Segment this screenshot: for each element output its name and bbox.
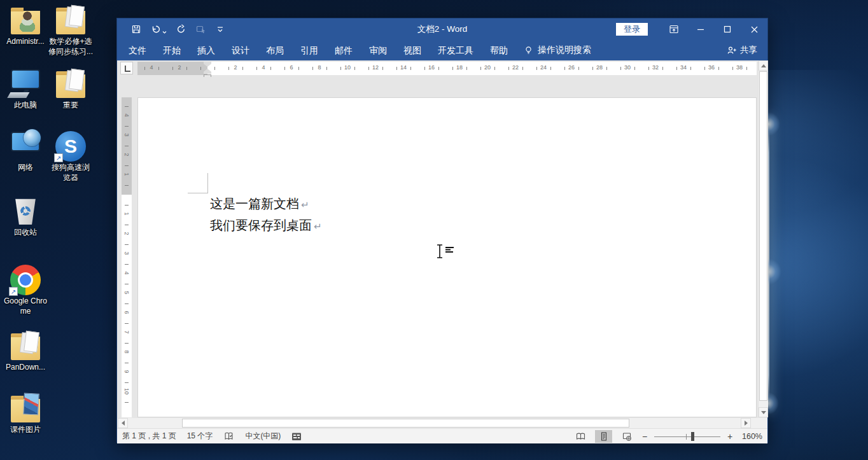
desktop: { "desktop": { "icons": [ {"label": "Adm… bbox=[0, 0, 868, 460]
ribbon-tab[interactable]: 设计 bbox=[223, 40, 258, 60]
ribbon-tab[interactable]: 邮件 bbox=[326, 40, 361, 60]
read-mode-icon[interactable] bbox=[572, 430, 589, 443]
ribbon-tab[interactable]: 视图 bbox=[395, 40, 430, 60]
ruler-number: 18 bbox=[453, 64, 466, 71]
titlebar-controls: 登录 bbox=[616, 18, 767, 40]
ruler-tick bbox=[242, 67, 243, 70]
ibeam-cursor-icon bbox=[435, 244, 457, 260]
ruler-tick bbox=[298, 67, 299, 70]
redo-icon[interactable] bbox=[176, 24, 186, 34]
scroll-up-icon[interactable] bbox=[759, 60, 768, 71]
language-indicator[interactable]: 中文(中国) bbox=[245, 431, 281, 442]
desktop-icon[interactable]: 重要 bbox=[48, 69, 93, 111]
vertical-scrollbar[interactable] bbox=[758, 60, 768, 417]
ribbon-tab[interactable]: 审阅 bbox=[361, 40, 395, 60]
vertical-scrollbar-thumb[interactable] bbox=[759, 71, 767, 401]
desktop-icons: Administr... 数学必修+选修同步练习... 此电脑 重要 bbox=[0, 0, 116, 460]
horizontal-scrollbar-thumb[interactable] bbox=[182, 419, 629, 428]
ruler-number: 22 bbox=[509, 64, 522, 71]
desktop-icon[interactable]: 搜狗高速浏览器 bbox=[48, 131, 93, 183]
desktop-icon-label: 搜狗高速浏览器 bbox=[48, 163, 93, 183]
scroll-down-icon[interactable] bbox=[759, 407, 768, 417]
window-title: 文档2 - Word bbox=[417, 24, 468, 35]
scroll-left-icon[interactable] bbox=[118, 418, 128, 428]
zoom-slider[interactable] bbox=[654, 431, 720, 442]
share-button[interactable]: 共享 bbox=[727, 40, 757, 60]
ribbon-tab[interactable]: 开始 bbox=[155, 40, 189, 60]
h-ruler[interactable]: 422468101214161820222426283032343638 bbox=[137, 62, 757, 75]
document-line[interactable]: 这是一篇新文档↵ bbox=[210, 193, 322, 215]
ruler-number: 1 bbox=[123, 210, 130, 218]
tab-stop-selector[interactable] bbox=[120, 62, 133, 74]
desktop-icon[interactable]: PanDown... bbox=[3, 331, 48, 373]
ruler-tick bbox=[578, 67, 579, 70]
line-text: 我们要保存到桌面 bbox=[210, 218, 312, 232]
ruler-number: 8 bbox=[313, 64, 326, 71]
document-area: 432112345678910 这是一篇新文档↵ 我们要保存到桌面↵ bbox=[117, 77, 767, 417]
word-count[interactable]: 15 个字 bbox=[187, 431, 213, 442]
ribbon-display-options-icon[interactable] bbox=[661, 18, 687, 40]
desktop-icon[interactable]: 网络 bbox=[3, 131, 48, 173]
ribbon-tab[interactable]: 文件 bbox=[120, 40, 155, 60]
save-icon[interactable] bbox=[131, 24, 141, 34]
v-ruler[interactable]: 432112345678910 bbox=[122, 97, 132, 417]
ruler-tick bbox=[382, 67, 383, 70]
horizontal-scrollbar[interactable] bbox=[117, 417, 767, 428]
zoom-in-button[interactable]: + bbox=[726, 431, 734, 442]
print-layout-icon[interactable] bbox=[595, 430, 612, 443]
maximize-button[interactable] bbox=[714, 18, 741, 40]
desktop-icon[interactable]: Administr... bbox=[3, 5, 48, 47]
desktop-icon-glyph bbox=[10, 331, 41, 361]
ruler-tick bbox=[270, 67, 271, 70]
tell-me-search[interactable]: 操作说明搜索 bbox=[524, 45, 591, 56]
ruler-number: 20 bbox=[481, 64, 494, 71]
touch-mode-icon[interactable] bbox=[196, 24, 207, 34]
document-line[interactable]: 我们要保存到桌面↵ bbox=[210, 215, 322, 237]
ruler-number: 30 bbox=[621, 64, 634, 71]
sign-in-button[interactable]: 登录 bbox=[616, 23, 648, 36]
customize-qat-icon[interactable] bbox=[216, 26, 224, 33]
ribbon-tab[interactable]: 布局 bbox=[258, 40, 292, 60]
ribbon-tab[interactable]: 插入 bbox=[189, 40, 223, 60]
ruler-tick bbox=[466, 67, 467, 70]
desktop-icon-label: 回收站 bbox=[3, 228, 48, 238]
page-indicator[interactable]: 第 1 页 , 共 1 页 bbox=[122, 431, 176, 442]
ruler-number: 4 bbox=[123, 269, 130, 277]
proofing-book-icon[interactable] bbox=[223, 431, 234, 442]
desktop-icon[interactable]: 此电脑 bbox=[3, 69, 48, 111]
ribbon-tabs: 文件 开始 插入 设计 布局 引用 邮件 审阅 视图 开发工具 帮助 bbox=[120, 40, 516, 60]
shortcut-arrow-icon bbox=[54, 153, 63, 162]
zoom-out-button[interactable]: − bbox=[641, 431, 648, 442]
statusbar-right: − + 160% bbox=[572, 430, 762, 443]
ruler-tick bbox=[125, 363, 129, 363]
zoom-level[interactable]: 160% bbox=[739, 432, 762, 441]
ribbon-tab[interactable]: 帮助 bbox=[482, 40, 516, 60]
ruler-tick bbox=[125, 303, 129, 304]
line-text: 这是一篇新文档 bbox=[210, 197, 299, 211]
desktop-icon[interactable]: 数学必修+选修同步练习... bbox=[48, 5, 93, 57]
ruler-tick bbox=[186, 67, 187, 70]
desktop-icon[interactable]: Google Chrome bbox=[3, 265, 48, 316]
ruler-tick bbox=[125, 402, 129, 403]
ribbon-tab-row: 文件 开始 插入 设计 布局 引用 邮件 审阅 视图 开发工具 帮助 bbox=[117, 40, 767, 60]
zoom-slider-thumb[interactable] bbox=[691, 432, 694, 441]
close-button[interactable] bbox=[741, 18, 767, 40]
ribbon-tab[interactable]: 引用 bbox=[292, 40, 326, 60]
desktop-icon[interactable]: 课件图片 bbox=[3, 393, 48, 435]
ruler-number: 16 bbox=[425, 64, 438, 71]
desktop-icon-glyph bbox=[10, 69, 41, 99]
desktop-icon-glyph bbox=[10, 265, 41, 295]
desktop-icon-label: Administr... bbox=[3, 37, 48, 47]
zoom-slider-detent bbox=[686, 434, 687, 440]
ime-icon[interactable] bbox=[291, 431, 302, 442]
word-window: 文档2 - Word 登录 文件 开始 bbox=[116, 18, 768, 443]
scroll-right-icon[interactable] bbox=[741, 418, 751, 428]
ribbon-tab[interactable]: 开发工具 bbox=[430, 40, 482, 60]
web-layout-icon[interactable] bbox=[618, 430, 635, 443]
minimize-button[interactable] bbox=[687, 18, 714, 40]
undo-icon[interactable] bbox=[151, 24, 167, 34]
ruler-tick bbox=[125, 146, 129, 146]
ruler-tick bbox=[125, 382, 129, 383]
document-text[interactable]: 这是一篇新文档↵ 我们要保存到桌面↵ bbox=[210, 193, 322, 237]
desktop-icon[interactable]: 回收站 bbox=[3, 196, 48, 238]
